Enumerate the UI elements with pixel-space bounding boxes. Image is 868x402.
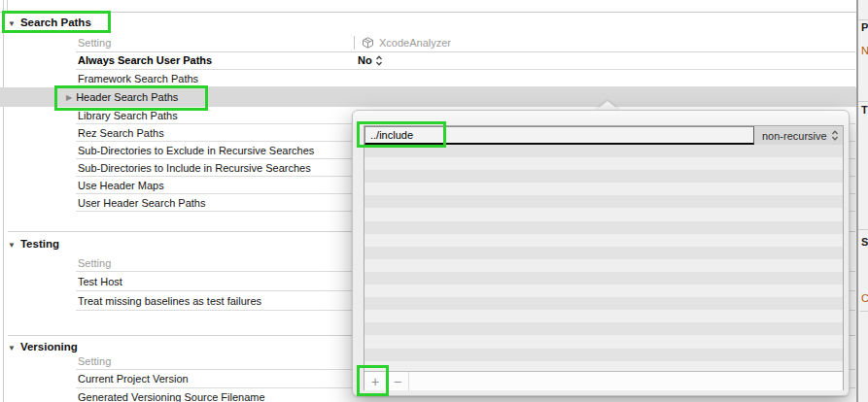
setting-label: Sub-Directories to Include in Recursive … [76,162,311,174]
disclosure-open-icon: ▼ [8,343,16,352]
build-settings-pane: ▼ Search Paths Setting XcodeAnalyzer Alw… [0,0,868,402]
annotation-box-search-paths [2,11,111,33]
annotation-box-path-input [357,121,446,148]
column-header-row: Setting [76,34,855,51]
column-divider [354,36,355,50]
stepper-icon [375,55,383,66]
setting-label: Generated Versioning Source Filename [76,391,265,402]
panel-divider [858,19,868,20]
top-tick [7,0,8,11]
disclosure-open-icon: ▼ [8,240,16,249]
setting-label: Rez Search Paths [76,127,164,139]
panel-divider [858,229,868,230]
panel-label-orange-2: C [861,292,868,304]
setting-label: Always Search User Paths [76,54,212,66]
xcode-project-icon [361,36,375,50]
section-top-divider [0,12,856,13]
setting-label: Sub-Directories to Exclude in Recursive … [76,145,314,156]
recursion-dropdown[interactable]: non-recursive [754,126,843,145]
section-title: Testing [20,238,59,250]
utilities-panel-edge: P N T S C [856,0,868,402]
panel-label-orange-1: N [861,45,868,56]
panel-divider [858,101,868,102]
setting-label: Current Project Version [76,373,189,385]
panel-label-t: T [861,104,868,116]
setting-label: Test Host [76,276,122,287]
pane-left-border [3,0,4,402]
setting-label: User Header Search Paths [76,197,205,209]
setting-value-stepper[interactable]: No [358,54,383,66]
empty-path-rows[interactable] [365,145,843,371]
popover-footer: + − [365,371,843,390]
paths-list: ../include non-recursive + − [364,125,844,390]
panel-divider-short [860,311,868,312]
setting-label: Treat missing baselines as test failures [76,295,261,307]
setting-label: Framework Search Paths [76,73,198,84]
setting-value: No [358,54,372,66]
target-column-header: XcodeAnalyzer [354,36,451,50]
annotation-box-add-button [357,365,389,396]
setting-label: Library Search Paths [76,110,178,121]
section-header-testing[interactable]: ▼ Testing [8,234,59,253]
annotation-box-header-search-paths [54,85,208,111]
section-header-versioning[interactable]: ▼ Versioning [8,337,78,356]
footer-separator [408,372,409,390]
setting-label: Use Header Maps [76,180,164,191]
target-name-label: XcodeAnalyzer [379,37,451,49]
panel-label-p: P [861,21,868,33]
section-title: Versioning [20,341,78,352]
setting-column-header: Setting [76,355,111,367]
setting-column-header: Setting [76,37,111,49]
panel-label-s: S [861,236,868,248]
dropdown-stepper-icon [831,130,839,141]
setting-row-always-search-user-paths[interactable]: Always Search User Paths No [76,51,855,70]
setting-column-header: Setting [76,257,111,269]
remove-path-button[interactable]: − [387,372,408,390]
recursion-dropdown-value: non-recursive [762,130,827,142]
